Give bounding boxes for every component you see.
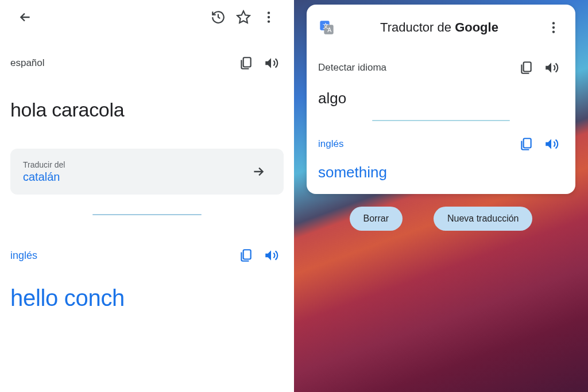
source-language-label[interactable]: español xyxy=(10,57,233,69)
translate-popup-screen: 文A Traductor de Google Detectar idioma a… xyxy=(294,0,588,392)
popup-listen-target-icon[interactable] xyxy=(539,131,564,157)
popup-source-text[interactable]: algo xyxy=(318,90,564,107)
popup-copy-target-icon[interactable] xyxy=(513,131,539,157)
language-suggestion-card[interactable]: Traducir del catalán xyxy=(10,149,284,195)
popup-divider xyxy=(372,120,510,121)
listen-target-icon[interactable] xyxy=(258,243,284,268)
google-translate-icon: 文A xyxy=(318,19,335,36)
popup-more-icon[interactable] xyxy=(543,15,564,40)
popup-header: 文A Traductor de Google xyxy=(318,13,564,47)
popup-title-brand: Google xyxy=(455,20,498,34)
svg-rect-13 xyxy=(524,62,531,71)
clear-button[interactable]: Borrar xyxy=(350,207,403,231)
popup-source-lang-label[interactable]: Detectar idioma xyxy=(318,62,513,73)
popup-target-lang-label[interactable]: inglés xyxy=(318,138,513,150)
svg-marker-0 xyxy=(237,11,250,23)
copy-target-icon[interactable] xyxy=(233,243,258,268)
popup-title: Traductor de Google xyxy=(342,20,536,35)
arrow-right-icon[interactable] xyxy=(246,159,271,184)
detect-language: catalán xyxy=(23,170,239,184)
translation-text: hello conch xyxy=(10,285,284,311)
target-language-label[interactable]: inglés xyxy=(10,250,233,262)
svg-rect-5 xyxy=(243,250,251,259)
source-language-row: español xyxy=(10,51,284,76)
detect-label: Traducir del xyxy=(23,160,239,169)
svg-point-10 xyxy=(552,22,555,24)
popup-listen-source-icon[interactable] xyxy=(539,55,564,80)
popup-copy-source-icon[interactable] xyxy=(513,55,539,80)
popup-translation-text: something xyxy=(318,164,564,181)
svg-text:A: A xyxy=(327,26,331,33)
star-icon[interactable] xyxy=(231,5,256,30)
history-icon[interactable] xyxy=(206,5,231,30)
popup-card: 文A Traductor de Google Detectar idioma a… xyxy=(307,5,575,194)
translate-app-screen: español hola caracola Traducir del catal… xyxy=(0,0,294,392)
more-icon[interactable] xyxy=(256,5,281,30)
new-translation-button[interactable]: Nueva traducción xyxy=(434,207,533,231)
svg-rect-14 xyxy=(524,138,531,148)
top-bar xyxy=(10,0,284,34)
target-language-row: inglés xyxy=(10,243,284,268)
svg-point-3 xyxy=(268,20,270,22)
popup-actions: Borrar Nueva traducción xyxy=(307,207,575,231)
back-button[interactable] xyxy=(13,5,38,30)
copy-source-icon[interactable] xyxy=(233,51,258,76)
popup-source-lang-row: Detectar idioma xyxy=(318,55,564,80)
listen-source-icon[interactable] xyxy=(258,51,284,76)
svg-point-11 xyxy=(552,26,555,29)
divider xyxy=(92,214,202,215)
svg-point-12 xyxy=(552,30,555,33)
svg-rect-4 xyxy=(243,57,251,67)
source-text[interactable]: hola caracola xyxy=(10,99,284,121)
svg-point-2 xyxy=(268,16,270,18)
popup-title-prefix: Traductor de xyxy=(380,20,455,34)
svg-point-1 xyxy=(268,11,270,14)
popup-target-lang-row: inglés xyxy=(318,131,564,157)
